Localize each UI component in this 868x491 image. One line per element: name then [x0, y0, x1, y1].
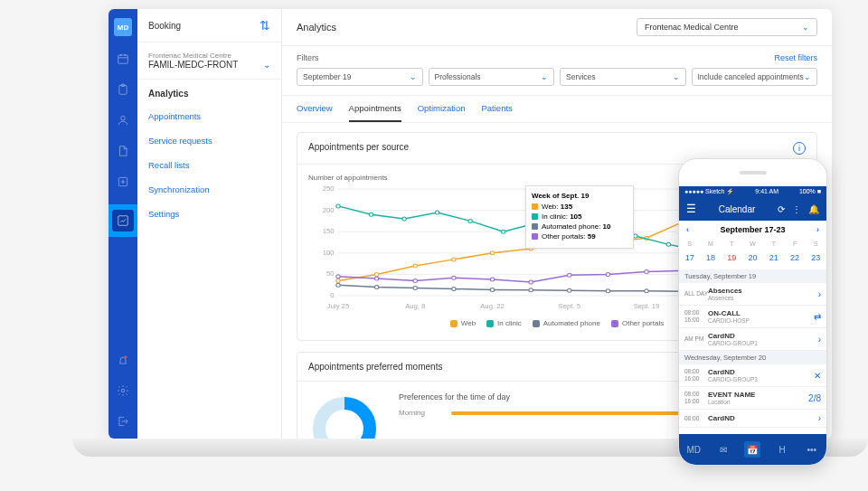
phone-bezel	[679, 159, 826, 186]
svg-point-44	[468, 219, 472, 222]
tab-optimization[interactable]: Optimization	[418, 96, 466, 122]
donut-chart	[308, 392, 381, 439]
calendar-icon[interactable]	[115, 51, 131, 67]
logo[interactable]: MD	[114, 18, 132, 36]
tab-mail-icon[interactable]: ✉	[715, 441, 731, 458]
svg-text:250: 250	[323, 185, 335, 193]
phone-mockup: ●●●●● Sketch ⚡9:41 AM100% ■ ☰ Calendar ⟳…	[678, 158, 827, 466]
event-row[interactable]: 08:00 16:00 ON-CALLCARDIO-HOSP ⇄	[679, 306, 826, 328]
phone-tab-bar: MD ✉ 📅 H •••	[679, 434, 826, 465]
location-name: Frontenac Medical Centre	[148, 52, 270, 60]
svg-point-50	[666, 242, 670, 246]
nav-recall-lists[interactable]: Recall lists	[137, 153, 281, 177]
tab-hospital-icon[interactable]: H	[774, 441, 790, 458]
refresh-icon[interactable]: ⟳	[778, 204, 785, 214]
filter-services[interactable]: Services⌄	[560, 68, 686, 86]
bell-icon[interactable]: 🔔	[808, 204, 819, 214]
event-row[interactable]: AM PM CardNDCARDIO-GROUP1 ›	[679, 328, 826, 351]
svg-text:July 25: July 25	[327, 302, 349, 310]
event-action-icon[interactable]: ›	[818, 413, 821, 423]
svg-text:50: 50	[326, 270, 335, 279]
event-row[interactable]: 08:00 CardND ›	[679, 410, 826, 428]
subnav-title: Booking	[148, 21, 181, 31]
event-action-icon[interactable]: ›	[818, 289, 821, 299]
svg-point-62	[606, 289, 609, 293]
day-number[interactable]: 17	[679, 251, 700, 264]
event-action-icon[interactable]: ›	[818, 335, 821, 345]
svg-text:200: 200	[323, 206, 335, 214]
subnav-header: Booking ⇅	[137, 18, 281, 42]
event-row[interactable]: ALL DAY AbsencesAbsences ›	[679, 283, 826, 306]
tab-overview[interactable]: Overview	[297, 96, 333, 122]
svg-text:Aug. 22: Aug. 22	[480, 302, 505, 310]
nav-synchronization[interactable]: Synchronization	[137, 177, 281, 202]
legend-item[interactable]: Automated phone	[533, 319, 600, 327]
legend-item[interactable]: Other portals	[611, 319, 664, 327]
svg-text:Sept. 5: Sept. 5	[559, 302, 580, 310]
event-action-icon[interactable]: ✕	[814, 371, 821, 381]
legend-item[interactable]: In clinic	[486, 319, 522, 327]
svg-point-58	[452, 287, 456, 290]
filter-canceled[interactable]: Include canceled appointments⌄	[692, 68, 818, 86]
nav-settings[interactable]: Settings	[137, 202, 281, 226]
clipboard-icon[interactable]	[115, 81, 131, 98]
day-number[interactable]: 19	[722, 251, 742, 264]
event-row[interactable]: 08:00 16:00 CardNDCARDIO-GROUP3 ✕	[679, 364, 826, 387]
location-selector[interactable]: Frontenac Medical Centre FAMIL-MEDC-FRON…	[137, 42, 281, 80]
svg-point-49	[634, 234, 637, 238]
event-action-icon[interactable]: ⇄	[814, 312, 821, 322]
sub-navigation: Booking ⇅ Frontenac Medical Centre FAMIL…	[137, 9, 282, 439]
phone-week-picker: ‹ September 17-23 › SMTWTFS 171819202122…	[679, 221, 826, 269]
svg-point-55	[336, 283, 340, 287]
day-number[interactable]: 21	[763, 251, 784, 264]
active-rail-item[interactable]	[108, 204, 137, 237]
event-row[interactable]: 08:00 16:00 EVENT NAMELocation 2/8	[679, 387, 826, 410]
filter-toggle-icon[interactable]: ⇅	[259, 18, 270, 33]
tabs: Overview Appointments Optimization Patie…	[282, 96, 832, 123]
nav-appointments[interactable]: Appointments	[137, 104, 281, 128]
filter-date[interactable]: September 19⌄	[297, 68, 423, 86]
day-number[interactable]: 18	[700, 251, 721, 264]
nav-service-requests[interactable]: Service requests	[137, 128, 281, 153]
tab-patients[interactable]: Patients	[482, 96, 513, 122]
svg-point-72	[490, 278, 494, 281]
svg-point-27	[336, 279, 340, 282]
svg-point-70	[413, 279, 417, 282]
filters-panel: Filters Reset filters September 19⌄ Prof…	[282, 46, 832, 96]
logout-icon[interactable]	[115, 413, 131, 430]
week-title: September 17-23	[720, 225, 785, 234]
event-action-icon[interactable]: 2/8	[808, 393, 821, 403]
document-icon[interactable]	[115, 143, 131, 159]
filter-professionals[interactable]: Professionals⌄	[429, 68, 555, 86]
prev-week-icon[interactable]: ‹	[679, 225, 696, 234]
legend-item[interactable]: Web	[450, 319, 476, 327]
tab-logo-icon[interactable]: MD	[685, 441, 702, 458]
day-number[interactable]: 22	[784, 251, 805, 264]
tab-calendar-icon[interactable]: 📅	[744, 441, 760, 458]
svg-point-29	[413, 264, 417, 268]
phone-event-list[interactable]: Tuesday, September 19 ALL DAY AbsencesAb…	[679, 269, 826, 428]
svg-point-68	[336, 275, 340, 279]
phone-status-bar: ●●●●● Sketch ⚡9:41 AM100% ■	[679, 186, 826, 197]
tab-appointments[interactable]: Appointments	[349, 96, 401, 122]
more-icon[interactable]: ⋮	[792, 204, 801, 214]
reset-filters-link[interactable]: Reset filters	[774, 53, 817, 62]
svg-point-45	[501, 230, 505, 233]
hamburger-icon[interactable]: ☰	[686, 203, 696, 215]
next-week-icon[interactable]: ›	[809, 225, 826, 234]
bell-icon[interactable]	[115, 352, 131, 368]
tab-settings-icon[interactable]: •••	[804, 441, 820, 458]
day-number[interactable]: 20	[742, 251, 763, 264]
left-rail: MD	[108, 9, 137, 439]
day-number[interactable]: 23	[806, 251, 826, 264]
svg-point-74	[568, 273, 571, 277]
hospital-icon[interactable]	[115, 174, 131, 190]
day-header: Tuesday, September 19	[679, 269, 826, 283]
user-icon[interactable]	[115, 112, 131, 128]
svg-point-69	[374, 277, 378, 280]
gear-icon[interactable]	[115, 382, 131, 399]
info-icon[interactable]: i	[793, 142, 806, 155]
svg-text:Sept. 19: Sept. 19	[634, 302, 660, 310]
svg-point-75	[606, 272, 609, 276]
centre-selector[interactable]: Frontenac Medical Centre ⌄	[637, 18, 817, 36]
